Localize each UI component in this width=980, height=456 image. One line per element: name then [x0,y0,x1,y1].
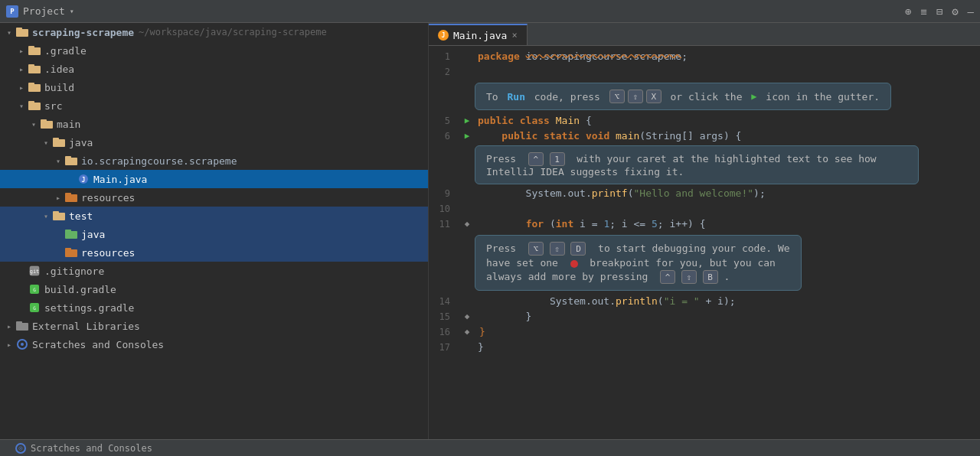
tree-item-gradle[interactable]: .gradle [0,41,428,60]
tree-item-resources[interactable]: resources [0,188,428,207]
ext-libs-arrow [3,322,15,331]
debug-gutter-16: ◆ [465,324,470,340]
project-dropdown-icon[interactable]: ▾ [70,7,74,15]
debug-gutter-11: ◆ [465,217,470,232]
title-bar: P Project ▾ ⊕ ≡ ⊟ ⚙ — [0,0,980,23]
main-folder-icon [40,119,54,129]
tree-item-ext-libs[interactable]: External Libraries [0,317,428,335]
run-gutter-5[interactable]: ▶ [465,113,470,129]
minimize-icon[interactable]: — [968,5,974,18]
tooltip-run-prefix: To [486,91,504,103]
svg-rect-5 [28,64,34,67]
svg-point-35 [21,343,24,346]
code-line-5: 5 ▶ public class Main { [429,113,980,129]
java-arrow [40,138,52,147]
debug-line2: have set one [486,257,564,269]
svg-rect-33 [16,321,22,324]
scratches-bottom-item[interactable]: ◎ Scratches and Consoles [9,443,158,454]
build-gradle-icon: G [28,284,41,295]
tab-close-button[interactable]: × [511,30,517,41]
java-test-folder-icon [64,229,78,239]
code-line-1: 1 package io.scrapingcourse.scrapeme; [429,49,980,64]
run-icon-inline: ▶ [751,91,756,102]
title-bar-left: P Project ▾ [6,5,899,18]
gradle-label: .gradle [44,45,87,57]
debug-line4: always add more by pressing [486,271,654,282]
tree-item-idea[interactable]: .idea [0,60,428,78]
build-gradle-label: build.gradle [44,284,116,295]
file-tree: scraping-scrapeme ~/workspace/java/scrap… [0,23,429,439]
scratches-label: Scratches and Consoles [32,339,164,350]
editor-content[interactable]: 1 package io.scrapingcourse.scrapeme; 2 … [429,46,980,439]
run-key-3: X [646,90,662,103]
globe-icon[interactable]: ⊕ [905,5,911,18]
ext-libs-label: External Libraries [32,321,140,332]
main-java-icon: J [77,174,90,184]
svg-text:G: G [33,305,36,311]
debug-gutter-15: ◆ [465,309,470,324]
line-content-15: } [475,309,980,324]
debug-key-1: ⌥ [528,242,544,256]
title-bar-icons: ⊕ ≡ ⊟ ⚙ — [905,5,974,18]
test-folder-icon [52,210,66,221]
gradle-arrow [15,47,28,55]
debug-middle: to start debugging your code. We [592,243,789,254]
build-folder-icon [28,82,41,93]
line-num-1: 1 [429,49,459,64]
breakpoint-icon [570,260,578,268]
line-num-9: 9 [429,186,459,201]
main-label: main [57,119,80,130]
line-content-16: } [475,324,980,340]
settings-gradle-icon: G [28,302,41,313]
svg-rect-23 [65,230,71,233]
line-num-15: 15 [429,309,459,324]
tab-main-java[interactable]: J Main.java × [429,24,528,45]
scratches-bottom-icon: ◎ [15,443,26,454]
tree-item-resources-test[interactable]: resources [0,243,428,262]
tree-item-settings-gradle[interactable]: G settings.gradle [0,298,428,317]
tree-item-scratches[interactable]: Scratches and Consoles [0,335,428,353]
line-gutter-11[interactable]: ◆ [459,217,475,232]
resources-test-folder-icon [64,247,78,258]
gear-icon[interactable]: ⚙ [952,5,958,18]
line-num-10: 10 [429,201,459,217]
tab-label: Main.java [453,30,507,41]
tree-item-gitignore[interactable]: git .gitignore [0,262,428,280]
run-key-1: ⌥ [609,90,625,103]
line-num-11: 11 [429,217,459,232]
line-gutter-5[interactable]: ▶ [459,113,475,129]
line-content-11: for (int i = 1; i <= 5; i++) { [475,217,980,232]
tree-item-main[interactable]: main [0,115,428,133]
resources-folder-icon [64,192,78,203]
list-icon[interactable]: ≡ [920,5,926,18]
resources-arrow [52,194,64,202]
build-label: build [44,82,74,93]
tree-item-test[interactable]: test [0,207,428,225]
bottom-bar: ◎ Scratches and Consoles [0,439,980,456]
line-content-17: } [475,340,980,355]
run-gutter-6[interactable]: ▶ [465,129,470,144]
svg-text:G: G [33,287,36,292]
tree-item-build[interactable]: build [0,78,428,96]
tree-root[interactable]: scraping-scrapeme ~/workspace/java/scrap… [0,23,428,41]
code-line-17: 17 } [429,340,980,355]
tree-item-src[interactable]: src [0,96,428,115]
project-icon: P [6,5,18,18]
tree-item-java-test[interactable]: java [0,225,428,243]
layout-icon[interactable]: ⊟ [936,5,942,18]
line-gutter-16[interactable]: ◆ [459,324,475,340]
svg-text:git: git [30,269,40,275]
svg-rect-9 [28,101,34,104]
tree-item-main-java[interactable]: J Main.java [0,170,428,188]
tree-item-package[interactable]: io.scrapingcourse.scrapeme [0,151,428,170]
gradle-folder-icon [28,45,41,56]
scratches-arrow [3,340,15,349]
tree-item-java[interactable]: java [0,133,428,151]
resources-test-label: resources [81,247,135,259]
debug-prefix: Press [486,243,522,254]
line-gutter-6[interactable]: ▶ [459,129,475,144]
line-gutter-15[interactable]: ◆ [459,309,475,324]
tree-item-build-gradle[interactable]: G build.gradle [0,280,428,298]
resources-label: resources [81,192,135,204]
tooltip-run-word: Run [507,91,524,103]
